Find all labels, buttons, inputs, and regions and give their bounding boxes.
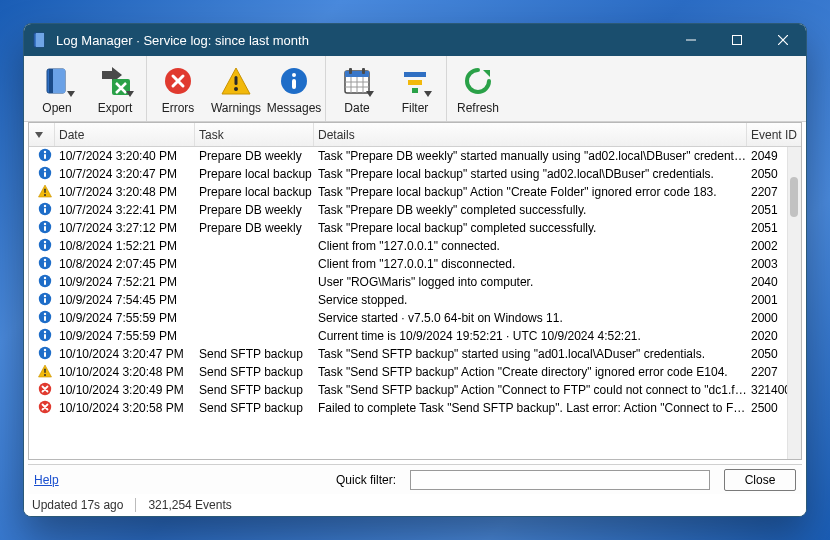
row-details: Task "Prepare local backup" completed su… [314,221,747,235]
chevron-down-icon [366,91,374,97]
table-row[interactable]: 10/7/2024 3:20:47 PMPrepare local backup… [29,165,801,183]
row-task: Send SFTP backup [195,401,314,415]
refresh-button[interactable]: Refresh [449,60,507,117]
row-info-icon [29,238,55,255]
open-button[interactable]: Open [28,60,86,117]
svg-rect-19 [362,68,365,74]
app-icon [32,32,48,48]
row-error-icon [29,382,55,399]
svg-rect-15 [292,79,296,89]
row-info-icon [29,202,55,219]
row-error-icon [29,400,55,417]
row-info-icon [29,256,55,273]
row-info-icon [29,274,55,291]
scrollbar-thumb[interactable] [790,177,798,217]
svg-point-55 [44,312,46,314]
table-row[interactable]: 10/7/2024 3:27:12 PMPrepare DB weeklyTas… [29,219,801,237]
app-window: Log Manager · Service log: since last mo… [23,23,807,517]
column-header-details[interactable]: Details [314,123,747,146]
row-details: Client from "127.0.0.1" disconnected. [314,257,747,271]
table-row[interactable]: 10/7/2024 3:22:41 PMPrepare DB weeklyTas… [29,201,801,219]
svg-point-37 [44,204,46,206]
svg-point-40 [44,222,46,224]
svg-rect-3 [733,36,742,45]
row-task: Send SFTP backup [195,383,314,397]
table-row[interactable]: 10/10/2024 3:20:48 PMSend SFTP backupTas… [29,363,801,381]
row-details: Task "Prepare local backup" Action "Crea… [314,185,747,199]
row-info-icon [29,310,55,327]
svg-rect-26 [408,80,422,85]
svg-rect-62 [44,352,46,357]
table-row[interactable]: 10/10/2024 3:20:47 PMSend SFTP backupTas… [29,345,801,363]
table-body: 10/7/2024 3:20:40 PMPrepare DB weeklyTas… [29,147,801,459]
svg-rect-41 [44,226,46,231]
row-details: Task "Prepare local backup" started usin… [314,167,747,181]
svg-point-46 [44,258,46,260]
row-task: Prepare DB weekly [195,149,314,163]
column-header-date[interactable]: Date [55,123,195,146]
row-date: 10/10/2024 3:20:58 PM [55,401,195,415]
row-task: Prepare local backup [195,185,314,199]
messages-filter-button[interactable]: Messages [265,60,323,117]
row-details: Client from "127.0.0.1" connected. [314,239,747,253]
minimize-button[interactable] [668,24,714,56]
help-link[interactable]: Help [34,473,59,487]
table-row[interactable]: 10/7/2024 3:20:48 PMPrepare local backup… [29,183,801,201]
date-filter-button[interactable]: Date [328,60,386,117]
row-details: Service started · v7.5.0 64-bit on Windo… [314,311,747,325]
column-header-task[interactable]: Task [195,123,314,146]
row-info-icon [29,292,55,309]
row-warn-icon [29,364,55,381]
svg-point-64 [44,374,46,376]
row-info-icon [29,346,55,363]
row-details: Task "Prepare DB weekly" started manuall… [314,149,747,163]
table-row[interactable]: 10/10/2024 3:20:58 PMSend SFTP backupFai… [29,399,801,417]
svg-rect-44 [44,244,46,249]
maximize-button[interactable] [714,24,760,56]
warnings-filter-button[interactable]: Warnings [207,60,265,117]
table-row[interactable]: 10/8/2024 1:52:21 PMClient from "127.0.0… [29,237,801,255]
sort-descending-icon [35,132,43,138]
row-date: 10/8/2024 1:52:21 PM [55,239,195,253]
table-row[interactable]: 10/10/2024 3:20:49 PMSend SFTP backupTas… [29,381,801,399]
window-title: Log Manager · Service log: since last mo… [56,33,668,48]
column-header-event[interactable]: Event ID [747,123,801,146]
table-row[interactable]: 10/8/2024 2:07:45 PMClient from "127.0.0… [29,255,801,273]
vertical-scrollbar[interactable] [787,147,801,459]
row-details: Task "Send SFTP backup" Action "Create d… [314,365,747,379]
svg-point-43 [44,240,46,242]
table-row[interactable]: 10/9/2024 7:54:45 PMService stopped.2001 [29,291,801,309]
row-details: Task "Send SFTP backup" started using "a… [314,347,747,361]
errors-filter-button[interactable]: Errors [149,60,207,117]
svg-rect-53 [44,298,46,303]
svg-rect-47 [44,262,46,267]
svg-rect-18 [349,68,352,74]
column-header-icon[interactable] [29,123,55,146]
row-task: Send SFTP backup [195,347,314,361]
refresh-icon [463,66,493,96]
svg-point-12 [234,87,238,91]
row-task: Send SFTP backup [195,365,314,379]
export-button[interactable]: Export [86,60,144,117]
row-info-icon [29,166,55,183]
status-bar: Updated 17s ago 321,254 Events [24,494,806,516]
info-icon [279,66,309,96]
svg-point-14 [292,73,296,77]
warning-icon [220,66,252,96]
log-table: Date Task Details Event ID 10/7/2024 3:2… [28,122,802,460]
row-date: 10/9/2024 7:52:21 PM [55,275,195,289]
table-row[interactable]: 10/9/2024 7:55:59 PMCurrent time is 10/9… [29,327,801,345]
filter-button[interactable]: Filter [386,60,444,117]
row-date: 10/7/2024 3:20:40 PM [55,149,195,163]
quick-filter-input[interactable] [410,470,710,490]
chevron-down-icon [424,91,432,97]
table-row[interactable]: 10/9/2024 7:52:21 PMUser "ROG\Maris" log… [29,273,801,291]
close-button[interactable]: Close [724,469,796,491]
table-row[interactable]: 10/9/2024 7:55:59 PMService started · v7… [29,309,801,327]
table-row[interactable]: 10/7/2024 3:20:40 PMPrepare DB weeklyTas… [29,147,801,165]
row-details: Current time is 10/9/2024 19:52:21 · UTC… [314,329,747,343]
svg-rect-1 [36,33,44,47]
status-updated: Updated 17s ago [32,498,123,512]
close-window-button[interactable] [760,24,806,56]
row-date: 10/8/2024 2:07:45 PM [55,257,195,271]
